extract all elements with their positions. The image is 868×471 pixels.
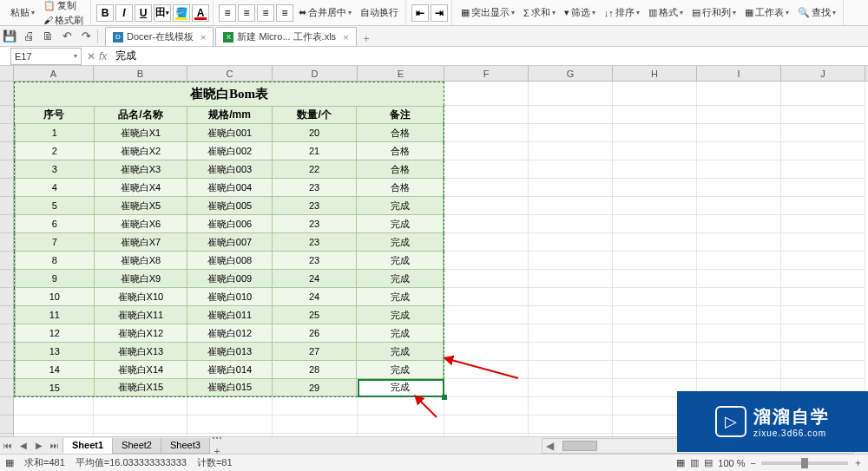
table-cell[interactable]: 20 <box>273 124 358 142</box>
cell[interactable] <box>358 397 444 415</box>
column-header[interactable]: G <box>529 66 613 81</box>
cell[interactable] <box>697 306 781 324</box>
format-painter-button[interactable]: 🖌格式刷 <box>40 13 87 28</box>
cell[interactable] <box>529 270 613 288</box>
table-cell[interactable]: 完成 <box>357 361 444 379</box>
table-cell[interactable]: 崔晓白007 <box>187 233 273 252</box>
table-cell[interactable]: 崔晓白X7 <box>95 233 188 252</box>
cell[interactable] <box>781 124 865 142</box>
cell[interactable] <box>444 397 529 415</box>
print-button[interactable]: 🖨 <box>19 27 38 46</box>
cell[interactable] <box>529 197 613 215</box>
cell[interactable] <box>781 233 865 252</box>
table-cell[interactable]: 崔晓白X12 <box>95 324 188 343</box>
table-header-cell[interactable]: 备注 <box>357 106 444 124</box>
cell[interactable] <box>781 197 865 215</box>
scroll-left-button[interactable]: ◀ <box>542 440 557 452</box>
scroll-thumb[interactable] <box>562 441 597 451</box>
cell[interactable] <box>697 160 781 179</box>
table-cell[interactable]: 合格 <box>357 160 444 179</box>
select-all-corner[interactable] <box>0 66 14 82</box>
view-normal-button[interactable]: ▦ <box>676 457 685 468</box>
cell[interactable] <box>444 415 529 434</box>
table-cell[interactable]: 崔晓白006 <box>187 215 273 233</box>
cell[interactable] <box>529 324 613 343</box>
sheet-tab[interactable]: Sheet1 <box>62 438 113 454</box>
table-cell[interactable]: 10 <box>15 288 95 306</box>
cell[interactable] <box>781 324 865 343</box>
table-cell[interactable]: 13 <box>15 343 95 361</box>
cell[interactable] <box>781 179 865 197</box>
row-header[interactable] <box>0 233 14 252</box>
view-page-button[interactable]: ▥ <box>690 457 699 468</box>
align-top-button[interactable]: ≡ <box>219 4 236 22</box>
filter-button[interactable]: ▾筛选▾ <box>561 5 599 20</box>
cell[interactable] <box>273 397 358 415</box>
cell[interactable] <box>697 142 781 160</box>
table-cell[interactable]: 崔晓白014 <box>187 361 273 379</box>
cell[interactable] <box>529 415 613 434</box>
cell[interactable] <box>529 106 613 124</box>
align-middle-button[interactable]: ≡ <box>238 4 255 22</box>
column-header[interactable]: B <box>94 66 187 81</box>
table-cell[interactable]: 28 <box>273 361 358 379</box>
column-header[interactable]: C <box>187 66 273 81</box>
cell[interactable] <box>781 306 865 324</box>
table-cell[interactable]: 崔晓白008 <box>187 252 273 270</box>
cell[interactable] <box>613 179 697 197</box>
align-center-button[interactable]: ≡ <box>276 4 293 22</box>
table-cell[interactable]: 完成 <box>357 306 444 324</box>
table-cell[interactable]: 完成 <box>357 270 444 288</box>
format-menu-button[interactable]: ▥格式▾ <box>645 5 687 20</box>
cell[interactable] <box>697 124 781 142</box>
cell[interactable] <box>613 82 697 106</box>
table-cell[interactable]: 完成 <box>357 233 444 252</box>
table-cell[interactable]: 崔晓白X6 <box>95 215 188 233</box>
table-header-cell[interactable]: 序号 <box>15 106 95 124</box>
table-cell[interactable]: 崔晓白X1 <box>95 124 188 142</box>
row-header[interactable] <box>0 288 14 306</box>
border-button[interactable]: 田▾ <box>154 4 171 22</box>
fill-color-button[interactable]: 🪣 <box>173 4 190 22</box>
zoom-out-button[interactable]: − <box>751 458 756 468</box>
cell[interactable] <box>697 215 781 233</box>
sort-button[interactable]: ↓↑排序▾ <box>601 5 643 20</box>
cell[interactable] <box>613 215 697 233</box>
table-cell[interactable]: 23 <box>273 233 358 252</box>
table-cell[interactable]: 完成 <box>357 215 444 233</box>
table-cell[interactable]: 崔晓白004 <box>187 179 273 197</box>
cell[interactable] <box>781 270 865 288</box>
table-cell[interactable]: 崔晓白011 <box>187 306 273 324</box>
table-cell[interactable]: 崔晓白X11 <box>95 306 188 324</box>
name-box[interactable]: E17 ▾ <box>10 48 82 65</box>
cell[interactable] <box>444 124 529 142</box>
table-cell[interactable]: 崔晓白X9 <box>95 270 188 288</box>
cell[interactable] <box>444 82 529 106</box>
cell[interactable] <box>94 397 187 415</box>
row-header[interactable] <box>0 82 14 106</box>
table-cell[interactable]: 23 <box>273 179 358 197</box>
cell[interactable] <box>697 82 781 106</box>
column-header[interactable]: D <box>273 66 358 81</box>
table-cell[interactable]: 崔晓白015 <box>187 379 273 396</box>
column-header[interactable]: I <box>697 66 781 81</box>
underline-button[interactable]: U <box>135 4 152 22</box>
cell[interactable] <box>529 379 613 397</box>
table-cell[interactable]: 26 <box>273 324 358 343</box>
column-header[interactable]: J <box>781 66 865 81</box>
table-cell[interactable]: 25 <box>273 306 358 324</box>
fill-handle[interactable] <box>442 395 447 400</box>
cell[interactable] <box>697 270 781 288</box>
cell[interactable] <box>613 270 697 288</box>
cell[interactable] <box>781 142 865 160</box>
cell[interactable] <box>94 415 187 434</box>
cell[interactable] <box>187 415 273 434</box>
table-cell[interactable]: 完成 <box>357 288 444 306</box>
table-cell[interactable]: 崔晓白003 <box>187 160 273 179</box>
cell[interactable] <box>697 106 781 124</box>
table-cell[interactable]: 5 <box>15 197 95 215</box>
table-cell[interactable]: 24 <box>273 288 358 306</box>
column-header[interactable]: H <box>613 66 697 81</box>
table-cell[interactable]: 6 <box>15 215 95 233</box>
decrease-indent-button[interactable]: ⇤ <box>411 4 429 22</box>
